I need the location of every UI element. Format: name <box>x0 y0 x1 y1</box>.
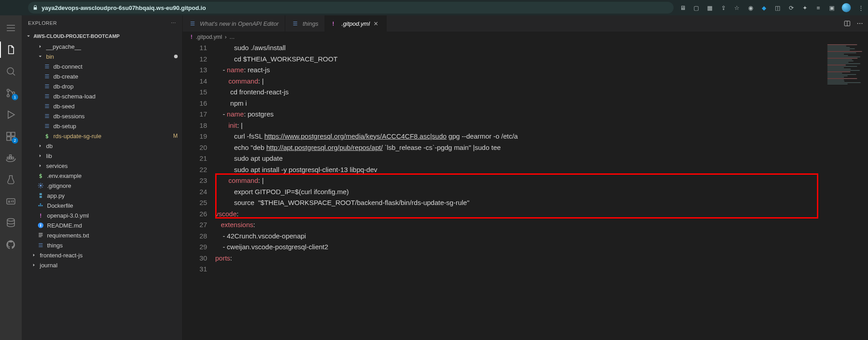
breadcrumb-more: … <box>229 34 235 40</box>
svg-point-0 <box>7 68 14 74</box>
ext3-icon[interactable]: ◫ <box>774 4 781 11</box>
chevron-down-icon <box>25 33 32 39</box>
file-db-seed[interactable]: db-seed <box>22 101 182 111</box>
file-db-connect[interactable]: db-connect <box>22 61 182 71</box>
file-gitignore[interactable]: .gitignore <box>22 181 182 191</box>
qr-icon[interactable]: ▦ <box>706 4 713 11</box>
translate-icon[interactable]: 🖥︎ <box>679 4 686 11</box>
code-content[interactable]: sudo ./aws/install cd $THEIA_WORKSPACE_R… <box>215 42 825 340</box>
file-tree: __pycache__ bin db-connect db-create db-… <box>22 42 182 340</box>
svg-rect-10 <box>12 157 14 159</box>
folder-db[interactable]: db <box>22 141 182 151</box>
activity-api[interactable] <box>0 191 22 211</box>
file-rds-update-sg-rule[interactable]: $rds-update-sg-ruleM <box>22 131 182 141</box>
activity-docker[interactable] <box>0 148 22 168</box>
browser-menu-icon[interactable]: ⋮ <box>857 4 864 11</box>
breadcrumb[interactable]: ! .gitpod.yml › … <box>183 32 868 42</box>
svg-rect-9 <box>9 157 11 159</box>
ext4-icon[interactable]: ⟳ <box>788 4 795 11</box>
file-app-py[interactable]: app.py <box>22 191 182 200</box>
python-icon <box>37 192 44 199</box>
svg-point-25 <box>862 23 863 24</box>
folder-frontend[interactable]: frontend-react-js <box>22 250 182 260</box>
ext1-icon[interactable]: ◉ <box>747 4 754 11</box>
file-icon <box>292 20 299 27</box>
file-db-sessions[interactable]: db-sessions <box>22 111 182 121</box>
chevron-right-icon <box>31 262 37 268</box>
activity-database[interactable] <box>0 213 22 233</box>
svg-rect-17 <box>42 205 43 206</box>
svg-point-14 <box>40 185 42 186</box>
yaml-icon: ! <box>190 34 193 40</box>
file-openapi-yml[interactable]: !openapi-3.0.yml <box>22 210 182 220</box>
breadcrumb-file: .gitpod.yml <box>196 34 222 40</box>
line-gutter: 1112131415161718192021222324252627282930… <box>183 42 215 340</box>
share-icon[interactable]: ⇪ <box>720 4 727 11</box>
dollar-icon: $ <box>37 172 44 179</box>
tab-gitpod-yml[interactable]: ! .gitpod.yml ✕ <box>325 15 387 32</box>
tab-things[interactable]: things <box>285 15 325 32</box>
activity-debug[interactable] <box>0 105 22 125</box>
minimap[interactable] <box>825 42 868 340</box>
yaml-icon: ! <box>331 20 338 27</box>
browser-actions: 🖥︎ ▢ ▦ ⇪ ☆ ◉ ◆ ◫ ⟳ ✦ ≡ ▣ ⋮ <box>679 3 864 12</box>
folder-journal[interactable]: journal <box>22 260 182 270</box>
tab-openapi-news[interactable]: What's new in OpenAPI Editor <box>183 15 285 32</box>
file-icon <box>43 112 51 120</box>
ext2-icon[interactable]: ◆ <box>760 4 768 11</box>
panel-icon[interactable]: ▣ <box>828 4 835 11</box>
file-db-create[interactable]: db-create <box>22 71 182 81</box>
svg-rect-16 <box>40 205 41 206</box>
folder-lib[interactable]: lib <box>22 151 182 161</box>
svg-rect-11 <box>9 155 11 157</box>
browser-toolbar: yaya2devops-awscloudpro-6su07hbqaiq.ws-e… <box>0 0 868 15</box>
chevron-right-icon <box>37 153 43 159</box>
svg-rect-21 <box>40 224 41 225</box>
clipboard-icon[interactable]: ▢ <box>693 4 700 11</box>
file-db-schema-load[interactable]: db-schema-load <box>22 91 182 101</box>
gear-icon <box>37 182 44 189</box>
scm-badge: 1 <box>12 94 18 100</box>
puzzle-icon[interactable]: ✦ <box>801 4 808 11</box>
activity-explorer[interactable] <box>0 40 22 60</box>
activity-scm[interactable]: 1 <box>0 83 22 103</box>
activity-search[interactable] <box>0 61 22 81</box>
code-editor[interactable]: 1112131415161718192021222324252627282930… <box>183 42 868 340</box>
docker-icon <box>37 202 44 209</box>
file-dockerfile[interactable]: Dockerfile <box>22 200 182 210</box>
chevron-right-icon <box>37 163 43 169</box>
file-db-setup[interactable]: db-setup <box>22 121 182 131</box>
folder-pycache[interactable]: __pycache__ <box>22 42 182 51</box>
file-icon <box>43 93 51 100</box>
file-readme[interactable]: README.md <box>22 220 182 230</box>
editor-more-icon[interactable] <box>856 20 863 27</box>
star-icon[interactable]: ☆ <box>733 4 741 11</box>
file-env-example[interactable]: $.env.example <box>22 171 182 181</box>
svg-rect-8 <box>7 157 9 159</box>
address-bar[interactable]: yaya2devops-awscloudpro-6su07hbqaiq.ws-e… <box>28 2 674 14</box>
file-icon <box>37 242 44 249</box>
file-requirements[interactable]: requirements.txt <box>22 230 182 240</box>
chevron-right-icon <box>37 143 43 149</box>
activity-extensions[interactable]: 2 <box>0 126 22 146</box>
reading-icon[interactable]: ≡ <box>815 4 822 11</box>
repo-header[interactable]: AWS-CLOUD-PROJECT-BOOTCAMP <box>22 31 182 42</box>
split-editor-icon[interactable] <box>844 20 851 27</box>
file-things[interactable]: things <box>22 240 182 250</box>
activity-github[interactable] <box>0 235 22 255</box>
profile-avatar[interactable] <box>842 3 851 12</box>
file-icon <box>43 83 51 90</box>
close-icon[interactable]: ✕ <box>373 20 380 27</box>
modified-badge: M <box>173 133 178 139</box>
chevron-right-icon <box>37 43 43 50</box>
file-db-drop[interactable]: db-drop <box>22 81 182 91</box>
activity-menu[interactable] <box>0 18 22 38</box>
activity-testing[interactable] <box>0 170 22 190</box>
svg-rect-6 <box>7 137 10 140</box>
folder-bin[interactable]: bin <box>22 51 182 61</box>
explorer-more-icon[interactable]: ⋯ <box>171 20 176 26</box>
file-icon <box>43 122 51 130</box>
svg-rect-5 <box>11 132 15 136</box>
svg-point-23 <box>857 23 858 24</box>
folder-services[interactable]: services <box>22 161 182 171</box>
